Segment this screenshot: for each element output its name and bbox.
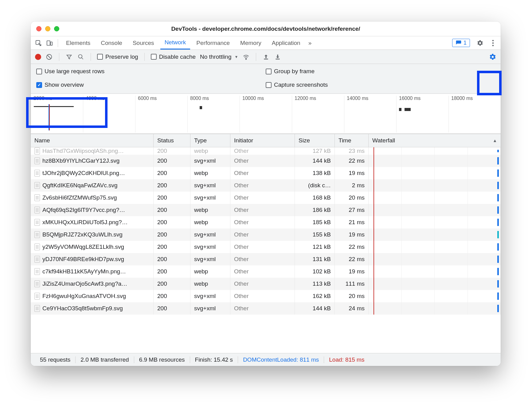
cell-waterfall xyxy=(369,228,501,241)
col-type[interactable]: Type xyxy=(190,134,230,147)
cell-name[interactable]: tJOhr2jBQWy2CdKHDlUl.png… xyxy=(31,167,154,179)
cell-name[interactable]: yDJ70NF49BREe9kHD7pw.svg xyxy=(31,253,154,265)
table-row[interactable]: xMKUHQxXLiRDiiUTol5J.png?…200webpOther18… xyxy=(31,216,501,228)
table-row[interactable]: hz8BXb9YlYLhCGarY12J.svg200svg+xmlOther1… xyxy=(31,155,501,167)
large-rows-checkbox[interactable] xyxy=(36,69,42,74)
cell-name[interactable]: FzH6gwuHgXuGnasATVOH.svg xyxy=(31,290,154,302)
cell-initiator[interactable]: Other xyxy=(230,204,295,216)
kebab-menu-icon[interactable] xyxy=(488,38,498,48)
cell-waterfall xyxy=(369,265,501,278)
table-row[interactable]: Zv6sbHi6fZfZMWufSp75.svg200svg+xmlOther1… xyxy=(31,192,501,204)
table-row[interactable]: AQfq69qS2Ig6lT9Y7vcc.png?…200webpOther18… xyxy=(31,204,501,216)
cell-initiator[interactable]: Other xyxy=(230,253,295,265)
cell-initiator[interactable]: Other xyxy=(230,192,295,204)
tab-network[interactable]: Network xyxy=(160,36,190,50)
device-toggle-icon[interactable] xyxy=(45,38,54,48)
cell-initiator[interactable]: Other xyxy=(230,265,295,278)
cell-type: svg+xml xyxy=(190,155,230,167)
settings-gear-icon[interactable] xyxy=(475,38,485,48)
cell-size: (disk c… xyxy=(295,179,335,192)
cell-name[interactable]: QgftKdIKE6NqaFwlZAVc.svg xyxy=(31,179,154,192)
upload-har-icon[interactable] xyxy=(262,53,270,61)
cell-initiator[interactable]: Other xyxy=(230,155,295,167)
group-frame-checkbox[interactable] xyxy=(266,69,272,74)
col-status[interactable]: Status xyxy=(154,134,190,147)
network-settings-gear-icon[interactable] xyxy=(489,53,496,61)
table-row[interactable]: y2W5yVOMWqgL8ZE1Lklh.svg200svg+xmlOther1… xyxy=(31,241,501,253)
cell-initiator[interactable]: Other xyxy=(230,278,295,290)
table-row[interactable]: tJOhr2jBQWy2CdKHDlUl.png…200webpOther138… xyxy=(31,167,501,179)
main-tab-bar: Elements Console Sources Network Perform… xyxy=(31,36,501,50)
table-row[interactable]: B5QMjpRJZ72xKQ3uWLlh.svg200svg+xmlOther1… xyxy=(31,228,501,241)
disable-cache-option[interactable]: Disable cache xyxy=(151,54,196,60)
cell-initiator[interactable]: Other xyxy=(230,302,295,315)
table-row[interactable]: yDJ70NF49BREe9kHD7pw.svg200svg+xmlOther1… xyxy=(31,253,501,265)
tab-overflow[interactable]: » xyxy=(307,36,314,50)
cell-waterfall xyxy=(369,241,501,253)
cell-initiator[interactable]: Other xyxy=(230,241,295,253)
tab-performance[interactable]: Performance xyxy=(192,36,234,50)
tab-elements[interactable]: Elements xyxy=(62,36,95,50)
cell-initiator[interactable]: Other xyxy=(230,179,295,192)
table-row[interactable]: QgftKdIKE6NqaFwlZAVc.svg200svg+xmlOther(… xyxy=(31,179,501,192)
cell-time: 111 ms xyxy=(335,278,369,290)
tab-sources[interactable]: Sources xyxy=(128,36,158,50)
cell-name[interactable]: hz8BXb9YlYLhCGarY12J.svg xyxy=(31,155,154,167)
cell-name[interactable]: y2W5yVOMWqgL8ZE1Lklh.svg xyxy=(31,241,154,253)
cell-initiator[interactable]: Other xyxy=(230,290,295,302)
cell-name[interactable]: AQfq69qS2Ig6lT9Y7vcc.png?… xyxy=(31,204,154,216)
load-marker xyxy=(49,104,50,130)
close-window-button[interactable] xyxy=(36,26,41,31)
col-initiator[interactable]: Initiator xyxy=(230,134,295,147)
cell-name[interactable]: B5QMjpRJZ72xKQ3uWLlh.svg xyxy=(31,228,154,241)
disable-cache-checkbox[interactable] xyxy=(151,54,157,60)
maximize-window-button[interactable] xyxy=(54,26,59,31)
col-waterfall[interactable]: Waterfall ▲ xyxy=(369,134,501,147)
col-time[interactable]: Time xyxy=(335,134,369,147)
overview-timeline[interactable]: 2000 ms 4000 ms 6000 ms 8000 ms 10000 ms… xyxy=(31,94,501,134)
cell-time: 21 ms xyxy=(335,216,369,228)
cell-initiator[interactable]: Other xyxy=(230,228,295,241)
cell-initiator[interactable]: Other xyxy=(230,216,295,228)
large-rows-option[interactable]: Use large request rows xyxy=(36,67,266,76)
filter-icon[interactable] xyxy=(65,53,73,61)
preserve-log-option[interactable]: Preserve log xyxy=(97,54,138,60)
col-size[interactable]: Size xyxy=(295,134,335,147)
preserve-log-checkbox[interactable] xyxy=(97,54,103,60)
cell-name[interactable]: xMKUHQxXLiRDiiUTol5J.png?… xyxy=(31,216,154,228)
col-name[interactable]: Name xyxy=(31,134,154,147)
show-overview-checkbox[interactable] xyxy=(36,82,42,88)
issues-chip[interactable]: 1 xyxy=(452,39,470,47)
search-icon[interactable] xyxy=(77,53,84,61)
table-row[interactable]: JiZisZ4UmarOjo5cAwf3.png?a…200webpOther1… xyxy=(31,278,501,290)
record-button[interactable] xyxy=(35,54,41,60)
group-frame-option[interactable]: Group by frame xyxy=(266,67,495,76)
table-row[interactable]: HasThd7GxWiipsoqlASh.png…200webpOther127… xyxy=(31,147,501,155)
table-row[interactable]: c7kf94kHB11kK5AyYyMn.png…200webpOther102… xyxy=(31,265,501,278)
cell-name[interactable]: JiZisZ4UmarOjo5cAwf3.png?a… xyxy=(31,278,154,290)
show-overview-option[interactable]: Show overview xyxy=(36,81,266,89)
screenshots-option[interactable]: Capture screenshots xyxy=(266,81,495,89)
cell-initiator[interactable]: Other xyxy=(230,167,295,179)
cell-name[interactable]: HasThd7GxWiipsoqlASh.png… xyxy=(31,147,154,155)
table-row[interactable]: FzH6gwuHgXuGnasATVOH.svg200svg+xmlOther1… xyxy=(31,290,501,302)
cell-name[interactable]: Ce9YHacO35q8t5wbmFp9.svg xyxy=(31,302,154,315)
tab-memory[interactable]: Memory xyxy=(236,36,266,50)
clear-icon[interactable] xyxy=(45,53,53,61)
cell-status: 200 xyxy=(154,155,190,167)
throttling-select[interactable]: No throttling ▼ xyxy=(200,54,238,60)
tab-application[interactable]: Application xyxy=(268,36,305,50)
cell-time: 19 ms xyxy=(335,265,369,278)
screenshots-checkbox[interactable] xyxy=(266,82,272,88)
cell-initiator[interactable]: Other xyxy=(230,147,295,155)
minimize-window-button[interactable] xyxy=(45,26,50,31)
cell-status: 200 xyxy=(154,278,190,290)
network-conditions-icon[interactable] xyxy=(242,53,250,61)
cell-status: 200 xyxy=(154,253,190,265)
cell-name[interactable]: c7kf94kHB11kK5AyYyMn.png… xyxy=(31,265,154,278)
inspect-icon[interactable] xyxy=(34,38,43,48)
download-har-icon[interactable] xyxy=(274,53,281,61)
tab-console[interactable]: Console xyxy=(96,36,127,50)
table-row[interactable]: Ce9YHacO35q8t5wbmFp9.svg200svg+xmlOther1… xyxy=(31,302,501,315)
cell-name[interactable]: Zv6sbHi6fZfZMWufSp75.svg xyxy=(31,192,154,204)
